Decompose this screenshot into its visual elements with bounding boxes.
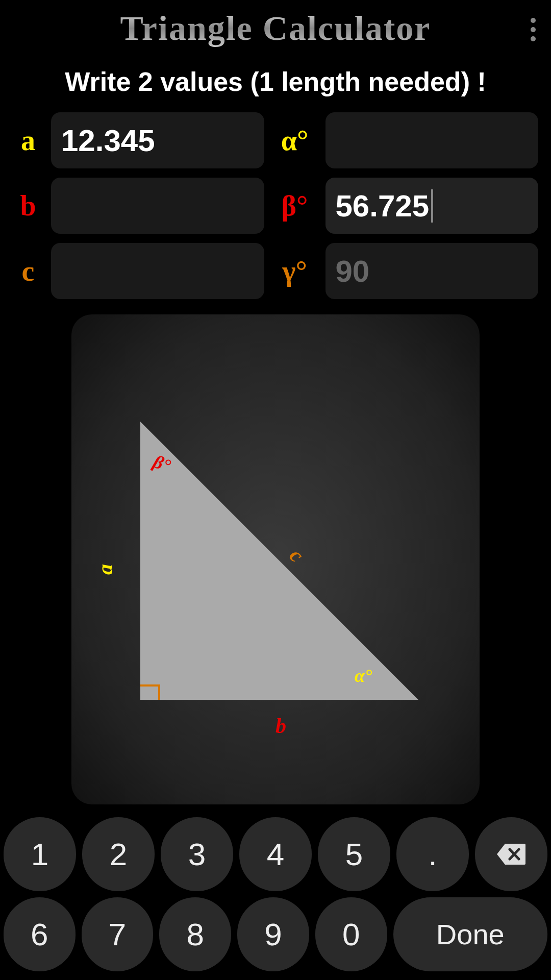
diagram-angle-alpha-label: α° [355, 666, 372, 686]
diagram-side-c-label: c [285, 544, 309, 567]
key-9[interactable]: 9 [237, 897, 309, 971]
text-cursor-icon [431, 189, 433, 223]
instruction-text: Write 2 values (1 length needed) ! [0, 66, 551, 97]
input-b[interactable] [51, 178, 264, 234]
header: Triangle Calculator [0, 0, 551, 56]
diagram-side-b-label: b [276, 714, 286, 738]
key-8[interactable]: 8 [159, 897, 231, 971]
label-gamma: γ° [272, 255, 318, 287]
numeric-keypad: 1 2 3 4 5 . 6 7 8 9 0 Done [0, 812, 551, 980]
key-2[interactable]: 2 [82, 817, 155, 891]
key-4[interactable]: 4 [239, 817, 312, 891]
label-a: a [13, 124, 43, 157]
input-gamma[interactable]: 90 [325, 243, 539, 299]
input-beta[interactable]: 56.725 [325, 178, 539, 234]
label-b: b [13, 189, 43, 222]
label-c: c [13, 255, 43, 287]
key-backspace[interactable] [475, 817, 547, 891]
triangle-svg: a b c α° β° [71, 314, 480, 804]
key-5[interactable]: 5 [318, 817, 390, 891]
key-7[interactable]: 7 [82, 897, 154, 971]
key-3[interactable]: 3 [161, 817, 233, 891]
app-title: Triangle Calculator [120, 8, 431, 48]
label-alpha: α° [272, 124, 318, 157]
key-1[interactable]: 1 [4, 817, 76, 891]
input-c[interactable] [51, 243, 264, 299]
diagram-side-a-label: a [93, 564, 117, 575]
key-dot[interactable]: . [396, 817, 469, 891]
menu-vertical-icon[interactable] [531, 18, 536, 41]
label-beta: β° [272, 189, 318, 222]
input-alpha[interactable] [325, 112, 539, 168]
backspace-icon [496, 843, 527, 866]
key-6[interactable]: 6 [4, 897, 76, 971]
input-a[interactable]: 12.345 [51, 112, 264, 168]
svg-marker-0 [140, 422, 418, 700]
key-0[interactable]: 0 [315, 897, 387, 971]
inputs-grid: a 12.345 α° b β° 56.725 c γ° 90 [0, 112, 551, 299]
triangle-diagram: a b c α° β° [71, 314, 480, 804]
key-done[interactable]: Done [393, 897, 548, 971]
